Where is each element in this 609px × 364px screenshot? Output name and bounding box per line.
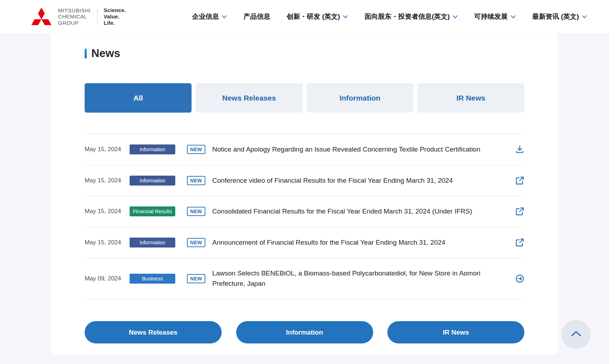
nav-item-label: 创新・研发 (英文) (286, 12, 340, 21)
news-filter-tab[interactable]: Information (307, 83, 414, 113)
download-icon[interactable] (515, 145, 524, 154)
news-row: May 15, 2024 Financial Results NEW Conso… (85, 196, 524, 227)
heading-accent-bar (85, 49, 87, 58)
news-title-link[interactable]: Lawson Selects BENEBiOL, a Biomass-based… (212, 268, 515, 289)
brand-line: GROUP (58, 20, 91, 26)
nav-item[interactable]: 面向股东・投资者信息(英文) (364, 12, 458, 21)
news-date: May 09, 2024 (85, 275, 130, 282)
nav-item[interactable]: 可持续发展 (474, 12, 516, 21)
news-section: News All News Releases Information IR Ne… (51, 34, 558, 355)
category-button-label: News Releases (129, 329, 177, 336)
news-title-link[interactable]: Consolidated Financial Results for the F… (212, 206, 515, 217)
news-date: May 15, 2024 (85, 208, 130, 215)
nav-item-label: 最新资讯 (英文) (532, 12, 579, 21)
nav-item-label: 企业信息 (192, 12, 219, 21)
chevron-down-icon (582, 15, 587, 19)
tagline-line: Value. (104, 13, 126, 20)
news-row: May 15, 2024 Information NEW Notice and … (85, 134, 524, 165)
brand-logo[interactable]: MITSUBISHI CHEMICAL GROUP Science. Value… (31, 7, 126, 27)
brand-line: MITSUBISHI (58, 7, 91, 13)
site-header: MITSUBISHI CHEMICAL GROUP Science. Value… (0, 0, 609, 34)
chevron-down-icon (511, 15, 516, 19)
tab-label: News Releases (222, 94, 276, 102)
scroll-to-top-button[interactable] (562, 320, 591, 349)
chevron-down-icon (453, 15, 458, 19)
news-date: May 15, 2024 (85, 177, 130, 184)
news-title-link[interactable]: Announcement of Financial Results for th… (212, 238, 515, 248)
main-nav: 企业信息 产品信息 创新・研发 (英文) 面向股东・投资者信息(英文) 可持续发… (192, 12, 587, 21)
nav-item[interactable]: 创新・研发 (英文) (286, 12, 348, 21)
page-title: News (91, 47, 120, 60)
category-badge: Information (130, 238, 175, 248)
brand-name: MITSUBISHI CHEMICAL GROUP (58, 7, 91, 26)
external-link-icon[interactable] (515, 207, 524, 216)
chevron-down-icon (343, 15, 348, 19)
news-filter-tabs: All News Releases Information IR News (85, 83, 524, 113)
mitsubishi-three-diamonds-icon (31, 7, 52, 25)
section-heading: News (85, 34, 524, 60)
nav-item[interactable]: 产品信息 (243, 12, 270, 21)
category-badge: Business (130, 274, 175, 284)
new-badge: NEW (187, 176, 205, 185)
news-row: May 09, 2024 Business NEW Lawson Selects… (85, 258, 524, 299)
new-badge: NEW (187, 274, 205, 283)
nav-item-label: 可持续发展 (474, 12, 508, 21)
category-badge: Information (130, 144, 175, 154)
category-buttons: News Releases Information IR News (85, 321, 524, 343)
category-badge: Financial Results (130, 206, 175, 216)
category-badge: Information (130, 176, 175, 186)
external-link-icon[interactable] (515, 238, 524, 247)
news-list: May 15, 2024 Information NEW Notice and … (85, 134, 524, 299)
category-button-label: Information (286, 329, 323, 336)
new-badge: NEW (187, 145, 205, 154)
news-filter-tab[interactable]: All (85, 83, 192, 113)
tab-label: IR News (456, 94, 485, 102)
category-button[interactable]: Information (236, 321, 373, 343)
news-date: May 15, 2024 (85, 239, 130, 246)
tagline-line: Life. (104, 20, 126, 26)
tab-label: Information (340, 94, 381, 102)
new-badge: NEW (187, 207, 205, 216)
brand-tagline: Science. Value. Life. (104, 7, 126, 27)
tagline-line: Science. (104, 7, 126, 13)
nav-item[interactable]: 最新资讯 (英文) (532, 12, 587, 21)
chevron-up-icon (570, 330, 582, 339)
news-filter-tab[interactable]: News Releases (195, 83, 302, 113)
category-button[interactable]: IR News (387, 321, 524, 343)
news-filter-tab[interactable]: IR News (417, 83, 524, 113)
brand-line: CHEMICAL (58, 13, 91, 19)
nav-item[interactable]: 企业信息 (192, 12, 227, 21)
nav-item-label: 产品信息 (243, 12, 270, 21)
external-link-icon[interactable] (515, 176, 524, 185)
news-row: May 15, 2024 Information NEW Announcemen… (85, 227, 524, 258)
new-badge: NEW (187, 238, 205, 247)
news-title-link[interactable]: Notice and Apology Regarding an Issue Re… (212, 144, 515, 155)
logo-divider (97, 8, 97, 25)
chevron-down-icon (222, 15, 227, 19)
nav-item-label: 面向股东・投资者信息(英文) (364, 12, 450, 21)
news-row: May 15, 2024 Information NEW Conference … (85, 165, 524, 196)
category-button-label: IR News (443, 329, 469, 336)
tab-label: All (133, 94, 143, 102)
arrow-circle-right-icon[interactable] (515, 274, 524, 283)
news-title-link[interactable]: Conference video of Financial Results fo… (212, 176, 515, 186)
category-button[interactable]: News Releases (85, 321, 222, 343)
news-date: May 15, 2024 (85, 146, 130, 153)
